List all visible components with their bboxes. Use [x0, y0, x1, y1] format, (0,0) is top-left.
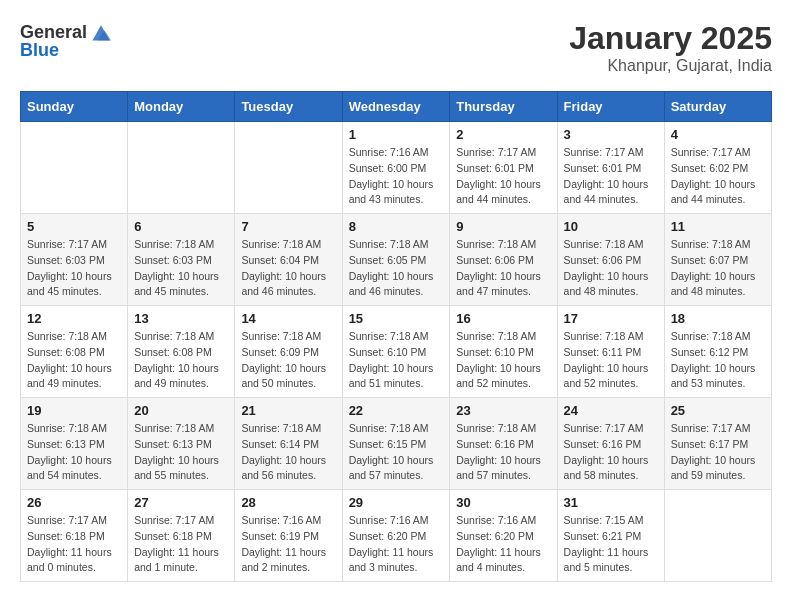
title-block: January 2025 Khanpur, Gujarat, India	[569, 20, 772, 75]
day-info: Sunrise: 7:18 AMSunset: 6:14 PMDaylight:…	[241, 421, 335, 484]
day-info: Sunrise: 7:17 AMSunset: 6:16 PMDaylight:…	[564, 421, 658, 484]
calendar-cell	[128, 122, 235, 214]
calendar-cell: 23Sunrise: 7:18 AMSunset: 6:16 PMDayligh…	[450, 398, 557, 490]
calendar-cell	[664, 490, 771, 582]
calendar-cell: 1Sunrise: 7:16 AMSunset: 6:00 PMDaylight…	[342, 122, 450, 214]
day-number: 13	[134, 311, 228, 326]
day-number: 20	[134, 403, 228, 418]
calendar-cell: 24Sunrise: 7:17 AMSunset: 6:16 PMDayligh…	[557, 398, 664, 490]
day-info: Sunrise: 7:18 AMSunset: 6:11 PMDaylight:…	[564, 329, 658, 392]
day-info: Sunrise: 7:18 AMSunset: 6:07 PMDaylight:…	[671, 237, 765, 300]
day-info: Sunrise: 7:18 AMSunset: 6:04 PMDaylight:…	[241, 237, 335, 300]
day-number: 4	[671, 127, 765, 142]
calendar-cell	[235, 122, 342, 214]
calendar-week-4: 19Sunrise: 7:18 AMSunset: 6:13 PMDayligh…	[21, 398, 772, 490]
calendar-cell: 12Sunrise: 7:18 AMSunset: 6:08 PMDayligh…	[21, 306, 128, 398]
location-title: Khanpur, Gujarat, India	[569, 57, 772, 75]
calendar-cell: 31Sunrise: 7:15 AMSunset: 6:21 PMDayligh…	[557, 490, 664, 582]
day-info: Sunrise: 7:18 AMSunset: 6:10 PMDaylight:…	[349, 329, 444, 392]
day-number: 21	[241, 403, 335, 418]
day-info: Sunrise: 7:18 AMSunset: 6:06 PMDaylight:…	[564, 237, 658, 300]
calendar-cell: 22Sunrise: 7:18 AMSunset: 6:15 PMDayligh…	[342, 398, 450, 490]
day-number: 23	[456, 403, 550, 418]
calendar-week-1: 1Sunrise: 7:16 AMSunset: 6:00 PMDaylight…	[21, 122, 772, 214]
calendar-cell: 13Sunrise: 7:18 AMSunset: 6:08 PMDayligh…	[128, 306, 235, 398]
calendar-table: SundayMondayTuesdayWednesdayThursdayFrid…	[20, 91, 772, 582]
day-number: 27	[134, 495, 228, 510]
day-number: 9	[456, 219, 550, 234]
calendar-header-tuesday: Tuesday	[235, 92, 342, 122]
calendar-cell: 25Sunrise: 7:17 AMSunset: 6:17 PMDayligh…	[664, 398, 771, 490]
day-number: 8	[349, 219, 444, 234]
calendar-header-row: SundayMondayTuesdayWednesdayThursdayFrid…	[21, 92, 772, 122]
day-number: 17	[564, 311, 658, 326]
day-number: 12	[27, 311, 121, 326]
calendar-cell: 4Sunrise: 7:17 AMSunset: 6:02 PMDaylight…	[664, 122, 771, 214]
calendar-header-monday: Monday	[128, 92, 235, 122]
day-info: Sunrise: 7:18 AMSunset: 6:13 PMDaylight:…	[27, 421, 121, 484]
day-info: Sunrise: 7:17 AMSunset: 6:03 PMDaylight:…	[27, 237, 121, 300]
calendar-header-wednesday: Wednesday	[342, 92, 450, 122]
day-number: 2	[456, 127, 550, 142]
day-info: Sunrise: 7:16 AMSunset: 6:20 PMDaylight:…	[456, 513, 550, 576]
calendar-cell: 15Sunrise: 7:18 AMSunset: 6:10 PMDayligh…	[342, 306, 450, 398]
calendar-cell	[21, 122, 128, 214]
day-info: Sunrise: 7:16 AMSunset: 6:00 PMDaylight:…	[349, 145, 444, 208]
day-number: 3	[564, 127, 658, 142]
day-info: Sunrise: 7:18 AMSunset: 6:08 PMDaylight:…	[134, 329, 228, 392]
day-number: 30	[456, 495, 550, 510]
day-number: 18	[671, 311, 765, 326]
day-info: Sunrise: 7:16 AMSunset: 6:19 PMDaylight:…	[241, 513, 335, 576]
calendar-cell: 16Sunrise: 7:18 AMSunset: 6:10 PMDayligh…	[450, 306, 557, 398]
day-number: 26	[27, 495, 121, 510]
calendar-cell: 9Sunrise: 7:18 AMSunset: 6:06 PMDaylight…	[450, 214, 557, 306]
calendar-cell: 30Sunrise: 7:16 AMSunset: 6:20 PMDayligh…	[450, 490, 557, 582]
calendar-cell: 28Sunrise: 7:16 AMSunset: 6:19 PMDayligh…	[235, 490, 342, 582]
day-number: 7	[241, 219, 335, 234]
calendar-cell: 7Sunrise: 7:18 AMSunset: 6:04 PMDaylight…	[235, 214, 342, 306]
day-number: 10	[564, 219, 658, 234]
calendar-cell: 10Sunrise: 7:18 AMSunset: 6:06 PMDayligh…	[557, 214, 664, 306]
calendar-header-saturday: Saturday	[664, 92, 771, 122]
day-info: Sunrise: 7:17 AMSunset: 6:01 PMDaylight:…	[564, 145, 658, 208]
calendar-cell: 21Sunrise: 7:18 AMSunset: 6:14 PMDayligh…	[235, 398, 342, 490]
day-info: Sunrise: 7:18 AMSunset: 6:13 PMDaylight:…	[134, 421, 228, 484]
calendar-cell: 14Sunrise: 7:18 AMSunset: 6:09 PMDayligh…	[235, 306, 342, 398]
day-number: 14	[241, 311, 335, 326]
calendar-cell: 27Sunrise: 7:17 AMSunset: 6:18 PMDayligh…	[128, 490, 235, 582]
calendar-cell: 6Sunrise: 7:18 AMSunset: 6:03 PMDaylight…	[128, 214, 235, 306]
calendar-header-friday: Friday	[557, 92, 664, 122]
calendar-cell: 11Sunrise: 7:18 AMSunset: 6:07 PMDayligh…	[664, 214, 771, 306]
day-info: Sunrise: 7:18 AMSunset: 6:15 PMDaylight:…	[349, 421, 444, 484]
day-number: 31	[564, 495, 658, 510]
day-number: 5	[27, 219, 121, 234]
day-number: 19	[27, 403, 121, 418]
day-info: Sunrise: 7:18 AMSunset: 6:16 PMDaylight:…	[456, 421, 550, 484]
day-number: 28	[241, 495, 335, 510]
day-info: Sunrise: 7:18 AMSunset: 6:12 PMDaylight:…	[671, 329, 765, 392]
day-number: 1	[349, 127, 444, 142]
day-info: Sunrise: 7:18 AMSunset: 6:08 PMDaylight:…	[27, 329, 121, 392]
calendar-cell: 2Sunrise: 7:17 AMSunset: 6:01 PMDaylight…	[450, 122, 557, 214]
logo: General Blue	[20, 20, 113, 61]
day-number: 22	[349, 403, 444, 418]
calendar-header-sunday: Sunday	[21, 92, 128, 122]
calendar-cell: 5Sunrise: 7:17 AMSunset: 6:03 PMDaylight…	[21, 214, 128, 306]
calendar-cell: 20Sunrise: 7:18 AMSunset: 6:13 PMDayligh…	[128, 398, 235, 490]
page-header: General Blue January 2025 Khanpur, Gujar…	[20, 20, 772, 75]
logo-icon	[89, 20, 113, 44]
day-info: Sunrise: 7:18 AMSunset: 6:10 PMDaylight:…	[456, 329, 550, 392]
day-info: Sunrise: 7:15 AMSunset: 6:21 PMDaylight:…	[564, 513, 658, 576]
day-info: Sunrise: 7:17 AMSunset: 6:17 PMDaylight:…	[671, 421, 765, 484]
calendar-week-2: 5Sunrise: 7:17 AMSunset: 6:03 PMDaylight…	[21, 214, 772, 306]
logo-blue: Blue	[20, 40, 59, 61]
calendar-cell: 19Sunrise: 7:18 AMSunset: 6:13 PMDayligh…	[21, 398, 128, 490]
day-info: Sunrise: 7:16 AMSunset: 6:20 PMDaylight:…	[349, 513, 444, 576]
calendar-week-3: 12Sunrise: 7:18 AMSunset: 6:08 PMDayligh…	[21, 306, 772, 398]
day-number: 29	[349, 495, 444, 510]
day-number: 15	[349, 311, 444, 326]
day-info: Sunrise: 7:17 AMSunset: 6:18 PMDaylight:…	[27, 513, 121, 576]
month-title: January 2025	[569, 20, 772, 57]
day-info: Sunrise: 7:18 AMSunset: 6:05 PMDaylight:…	[349, 237, 444, 300]
day-number: 24	[564, 403, 658, 418]
